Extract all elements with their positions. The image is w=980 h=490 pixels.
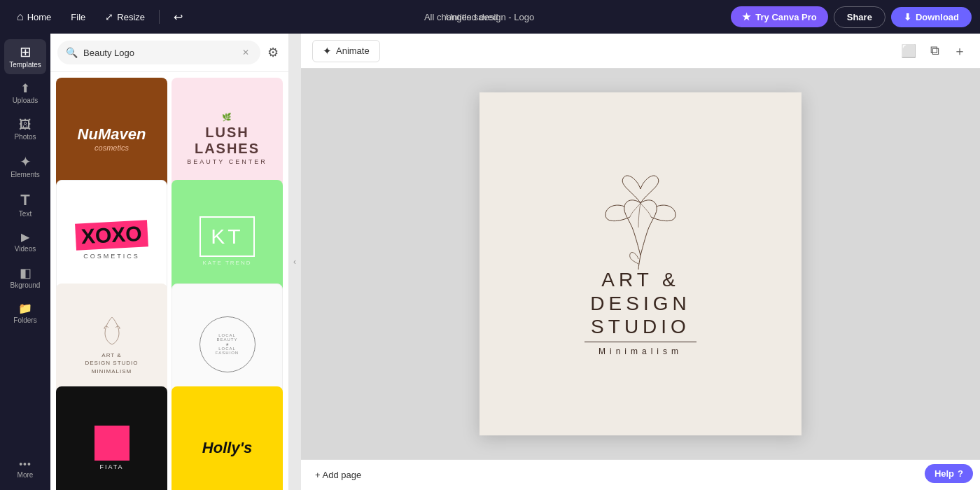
sidebar-label-templates: Templates (9, 61, 41, 69)
try-canva-pro-button[interactable]: ★ Try Canva Pro (731, 6, 827, 27)
design-title: Untitled design - Logo (446, 12, 534, 22)
more-icon: ••• (19, 459, 31, 469)
elements-icon: ✦ (20, 155, 31, 169)
resize-button[interactable]: ⤢ Resize (97, 7, 153, 27)
canvas-area: ✦ Animate ⬜ ⧉ ＋ (301, 34, 980, 490)
sidebar-item-templates[interactable]: ⊞ Templates (4, 39, 46, 74)
help-icon: ? (958, 468, 963, 479)
notes-button[interactable]: ⬜ (898, 41, 919, 62)
templates-grid: NuMaven cosmetics 🌿 LUSHLASHES BEAUTY CE… (50, 72, 288, 490)
sidebar-label-text: Text (19, 210, 31, 218)
sidebar-item-more[interactable]: ••• More (4, 454, 46, 484)
filter-button[interactable]: ⚙ (265, 42, 281, 63)
help-button[interactable]: Help ? (925, 464, 973, 483)
sidebar: ⊞ Templates ⬆ Uploads 🖼 Photos ✦ Element… (0, 34, 50, 490)
sidebar-label-folders: Folders (13, 316, 36, 324)
text-icon: T (20, 192, 29, 208)
star-icon: ★ (742, 11, 751, 22)
download-button[interactable]: ⬇ Download (891, 7, 972, 27)
sidebar-item-elements[interactable]: ✦ Elements (4, 149, 46, 184)
search-icon: 🔍 (66, 47, 78, 58)
templates-icon: ⊞ (20, 45, 31, 59)
animate-icon: ✦ (323, 45, 332, 57)
photos-icon: 🖼 (19, 118, 31, 131)
videos-icon: ▶ (21, 232, 29, 243)
flower-illustration (595, 172, 686, 270)
sidebar-item-background[interactable]: ◧ Bkground (4, 261, 46, 295)
file-button[interactable]: File (62, 8, 94, 27)
logo-content: Art & Design Studio Minimalism (584, 172, 696, 356)
templates-panel: 🔍 ✕ ⚙ NuMaven cosmetics 🌿 LUSHLASHES BEA… (50, 34, 288, 490)
template-card-hollys[interactable]: Holly's (172, 386, 283, 490)
sidebar-item-uploads[interactable]: ⬆ Uploads (4, 77, 46, 110)
background-icon: ◧ (20, 267, 31, 279)
resize-icon: ⤢ (105, 11, 113, 22)
search-bar: 🔍 ✕ ⚙ (50, 34, 288, 72)
sidebar-label-videos: Videos (15, 245, 36, 253)
add-icon: ＋ (953, 44, 966, 58)
animate-button[interactable]: ✦ Animate (312, 40, 380, 62)
panel-collapse-handle[interactable]: ‹ (288, 34, 301, 490)
notes-icon: ⬜ (901, 44, 916, 58)
main-area: ⊞ Templates ⬆ Uploads 🖼 Photos ✦ Element… (0, 34, 980, 490)
canvas-toolbar: ✦ Animate ⬜ ⧉ ＋ (301, 34, 980, 69)
duplicate-icon: ⧉ (930, 43, 939, 57)
sidebar-item-text[interactable]: T Text (4, 187, 46, 223)
sidebar-label-uploads: Uploads (13, 97, 38, 104)
canvas-bottom: + Add page 96% ⤢ (301, 459, 980, 490)
topbar-divider (159, 10, 160, 24)
sidebar-item-folders[interactable]: 📁 Folders (4, 298, 46, 330)
sidebar-label-more: More (18, 471, 34, 479)
add-page-button[interactable]: + Add page (315, 470, 361, 480)
undo-button[interactable]: ↩ (165, 6, 191, 28)
sidebar-item-videos[interactable]: ▶ Videos (4, 226, 46, 258)
sidebar-label-elements: Elements (10, 171, 40, 178)
canvas-toolbar-icons: ⬜ ⧉ ＋ (898, 40, 969, 62)
folders-icon: 📁 (18, 303, 32, 314)
undo-icon: ↩ (174, 10, 183, 24)
duplicate-button[interactable]: ⧉ (927, 41, 942, 61)
search-input[interactable] (83, 48, 234, 58)
topbar-right: ★ Try Canva Pro Share ⬇ Download (731, 6, 972, 28)
sidebar-item-photos[interactable]: 🖼 Photos (4, 113, 46, 146)
home-button[interactable]: ⌂ Home (8, 6, 59, 27)
logo-tagline: Minimalism (584, 342, 696, 356)
sidebar-label-photos: Photos (14, 133, 36, 141)
chevron-left-icon: ‹ (293, 257, 296, 267)
search-input-wrap: 🔍 ✕ (57, 41, 260, 64)
canvas-document[interactable]: Art & Design Studio Minimalism (479, 92, 802, 435)
home-icon: ⌂ (17, 10, 24, 23)
clear-search-button[interactable]: ✕ (239, 45, 252, 60)
canvas-viewport: Art & Design Studio Minimalism (301, 69, 980, 459)
sidebar-label-background: Bkground (10, 281, 41, 289)
logo-title: Art & Design Studio (584, 268, 696, 339)
add-section-button[interactable]: ＋ (951, 40, 969, 62)
template-card-fiata[interactable]: FIATA (56, 386, 167, 490)
share-button[interactable]: Share (834, 6, 886, 28)
topbar: ⌂ Home File ⤢ Resize ↩ All changes saved… (0, 0, 980, 34)
download-icon: ⬇ (904, 12, 911, 22)
uploads-icon: ⬆ (20, 83, 30, 94)
